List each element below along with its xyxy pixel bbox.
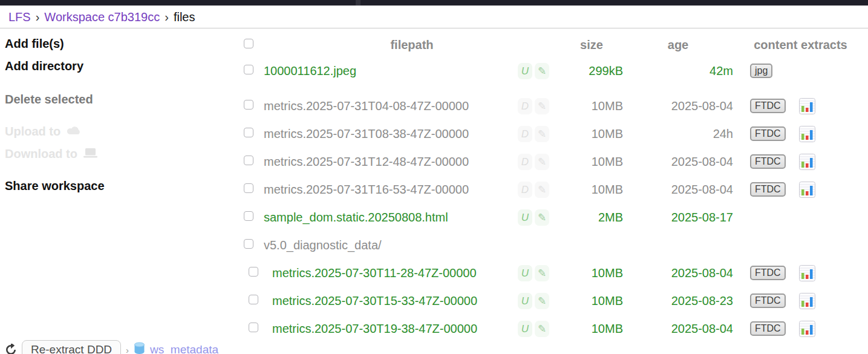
- upload-to-label: Upload to: [5, 125, 60, 139]
- format-badge[interactable]: FTDC: [750, 126, 786, 141]
- edit-pencil-icon[interactable]: ✎: [535, 321, 549, 337]
- bar-chart-icon[interactable]: [799, 182, 815, 198]
- file-age: 2025-08-17: [623, 211, 733, 225]
- file-link[interactable]: metrics.2025-07-31T08-38-47Z-00000: [264, 127, 469, 140]
- origin-badge[interactable]: D: [518, 154, 532, 170]
- file-table: filepath size age content extracts 10000…: [242, 28, 868, 343]
- laptop-icon: [83, 147, 98, 161]
- file-size: 10MB: [560, 322, 623, 336]
- column-header-age: age: [623, 38, 733, 52]
- format-badge[interactable]: FTDC: [750, 266, 786, 280]
- format-badge[interactable]: FTDC: [750, 182, 786, 197]
- breadcrumb-link-lfs[interactable]: LFS: [8, 10, 31, 24]
- file-age: 2025-08-04: [623, 183, 733, 197]
- file-size: 10MB: [560, 99, 623, 113]
- file-size: 10MB: [560, 183, 623, 197]
- breadcrumb-separator: ›: [31, 10, 45, 24]
- row-checkbox[interactable]: [244, 211, 253, 221]
- file-size: 10MB: [560, 127, 623, 141]
- edit-pencil-icon[interactable]: ✎: [535, 182, 549, 198]
- origin-badge[interactable]: D: [518, 98, 532, 114]
- row-checkbox[interactable]: [244, 156, 253, 165]
- file-size: 10MB: [560, 266, 623, 280]
- column-header-size: size: [560, 38, 623, 52]
- file-link[interactable]: metrics.2025-07-30T11-28-47Z-00000: [272, 266, 477, 280]
- edit-pencil-icon[interactable]: ✎: [535, 154, 549, 170]
- file-link[interactable]: metrics.2025-07-30T19-38-47Z-00000: [272, 322, 477, 335]
- row-checkbox[interactable]: [244, 65, 253, 74]
- breadcrumb-link-workspace[interactable]: Workspace c7b319cc: [44, 10, 160, 24]
- table-row: metrics.2025-07-31T04-08-47Z-00000 D ✎ 1…: [242, 92, 868, 120]
- file-size: 10MB: [560, 155, 623, 169]
- reextract-ddd-button[interactable]: Re-extract DDD: [22, 340, 121, 354]
- share-workspace-button[interactable]: Share workspace: [5, 179, 242, 193]
- upload-to-button[interactable]: Upload to: [5, 125, 242, 139]
- file-link[interactable]: metrics.2025-07-31T16-53-47Z-00000: [264, 183, 469, 196]
- add-files-button[interactable]: Add file(s): [5, 37, 242, 51]
- row-checkbox[interactable]: [244, 183, 253, 193]
- origin-badge[interactable]: U: [518, 265, 532, 281]
- file-link[interactable]: 1000011612.jpeg: [264, 64, 356, 77]
- edit-pencil-icon[interactable]: ✎: [535, 126, 549, 142]
- table-row: metrics.2025-07-31T12-48-47Z-00000 D ✎ 1…: [242, 148, 868, 175]
- refresh-icon[interactable]: [5, 344, 17, 354]
- footer-toolbar: Re-extract DDD › ws_metadata: [5, 340, 218, 354]
- format-badge[interactable]: FTDC: [750, 154, 786, 169]
- bar-chart-icon[interactable]: [799, 293, 815, 309]
- row-checkbox[interactable]: [249, 295, 258, 304]
- breadcrumb-current-page: files: [174, 10, 195, 24]
- edit-pencil-icon[interactable]: ✎: [535, 265, 549, 281]
- origin-badge[interactable]: U: [518, 321, 532, 337]
- origin-badge[interactable]: D: [518, 182, 532, 198]
- file-link[interactable]: metrics.2025-07-30T15-33-47Z-00000: [272, 294, 477, 307]
- delete-selected-button[interactable]: Delete selected: [5, 93, 242, 107]
- add-directory-button[interactable]: Add directory: [5, 59, 242, 73]
- footer-separator: ›: [126, 345, 129, 354]
- table-row: v5.0_diagnostic_data/ ✎: [242, 231, 868, 259]
- format-badge[interactable]: jpg: [750, 64, 772, 78]
- column-header-filepath: filepath: [264, 38, 560, 52]
- file-table-header: filepath size age content extracts: [242, 33, 868, 57]
- row-checkbox[interactable]: [244, 128, 253, 137]
- edit-pencil-icon[interactable]: ✎: [535, 63, 549, 79]
- file-link[interactable]: v5.0_diagnostic_data/: [264, 238, 382, 252]
- file-table-body: 1000011612.jpeg U ✎ 299kB 42m jpg: [242, 57, 868, 343]
- table-row: sample_dom.static.20250808.html U ✎ 2MB …: [242, 203, 868, 231]
- file-age: 2025-08-04: [623, 322, 733, 336]
- file-age: 24h: [623, 127, 733, 141]
- table-row: metrics.2025-07-31T08-38-47Z-00000 D ✎ 1…: [242, 120, 868, 148]
- origin-badge[interactable]: U: [518, 209, 532, 226]
- edit-pencil-icon[interactable]: ✎: [535, 293, 549, 309]
- ws-metadata-link[interactable]: ws_metadata: [150, 343, 218, 354]
- breadcrumb: LFS › Workspace c7b319cc › files: [0, 5, 868, 28]
- origin-badge[interactable]: U: [518, 63, 532, 79]
- origin-badge[interactable]: U: [518, 293, 532, 309]
- table-row: metrics.2025-07-30T15-33-47Z-00000 U ✎ 1…: [242, 287, 868, 315]
- row-checkbox[interactable]: [249, 323, 258, 332]
- bar-chart-icon[interactable]: [799, 265, 815, 281]
- edit-pencil-icon[interactable]: ✎: [535, 98, 549, 114]
- file-link[interactable]: metrics.2025-07-31T04-08-47Z-00000: [264, 99, 469, 113]
- file-age: 2025-08-04: [623, 266, 733, 280]
- top-bar-divider: [356, 0, 361, 5]
- select-all-checkbox[interactable]: [244, 39, 253, 48]
- file-age: 2025-08-23: [623, 294, 733, 308]
- row-checkbox[interactable]: [244, 100, 253, 110]
- row-checkbox[interactable]: [249, 267, 258, 277]
- file-link[interactable]: metrics.2025-07-31T12-48-47Z-00000: [264, 155, 469, 168]
- edit-pencil-icon[interactable]: ✎: [535, 209, 549, 226]
- format-badge[interactable]: FTDC: [750, 321, 786, 336]
- table-row: 1000011612.jpeg U ✎ 299kB 42m jpg: [242, 57, 868, 85]
- bar-chart-icon[interactable]: [799, 98, 815, 114]
- main-content: Add file(s) Add directory Delete selecte…: [0, 28, 868, 343]
- bar-chart-icon[interactable]: [799, 154, 815, 170]
- row-checkbox[interactable]: [244, 239, 253, 249]
- file-link[interactable]: sample_dom.static.20250808.html: [264, 211, 448, 224]
- bar-chart-icon[interactable]: [799, 321, 815, 337]
- format-badge[interactable]: FTDC: [750, 293, 786, 308]
- download-to-label: Download to: [5, 147, 77, 161]
- download-to-button[interactable]: Download to: [5, 147, 242, 161]
- origin-badge[interactable]: D: [518, 126, 532, 142]
- bar-chart-icon[interactable]: [799, 126, 815, 142]
- format-badge[interactable]: FTDC: [750, 99, 786, 113]
